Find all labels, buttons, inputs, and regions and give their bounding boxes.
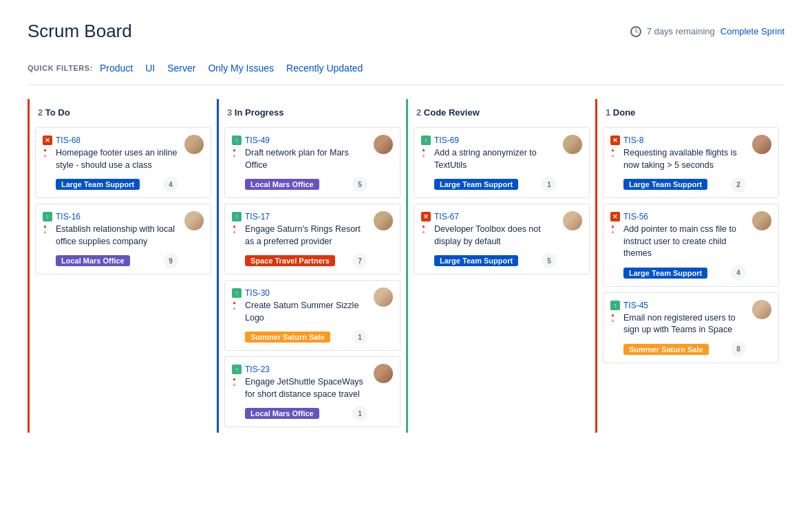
card-icons-col: ✕ ▲ ▲ (610, 211, 620, 234)
card-tis-23[interactable]: ↑ ▲ ▲ TIS-23 Engage JetShuttle SpaceWays… (224, 356, 400, 427)
card-tis-49[interactable]: ↑ ▲ ▲ TIS-49 Draft network plan for Mars… (224, 127, 400, 198)
card-content: TIS-8 Requesting available flights is no… (623, 135, 746, 192)
card-id[interactable]: TIS-69 (434, 136, 459, 145)
filters-label: QUICK FILTERS: (28, 64, 93, 72)
epic-badge[interactable]: Large Team Support (434, 255, 518, 266)
filter-recently-updated[interactable]: Recently Updated (286, 63, 363, 74)
issue-type-icon: ✕ (610, 136, 620, 145)
card-tis-8[interactable]: ✕ ▲ ▲ TIS-8 Requesting available flights… (603, 127, 779, 198)
page-header: Scrum Board 7 days remaining Complete Sp… (28, 21, 784, 42)
card-meta: 2 (731, 177, 746, 192)
sprint-info: 7 days remaining Complete Sprint (630, 26, 784, 37)
priority-icon: ▲ ▲ (43, 147, 52, 158)
card-tis-69[interactable]: ↑ ▲ ▲ TIS-69 Add a string anonymizer to … (414, 127, 590, 198)
card-tis-67[interactable]: ✕ ▲ ▲ TIS-67 Developer Toolbox does not … (414, 204, 590, 274)
card-tis-16[interactable]: ↑ ▲ ▲ TIS-16 Establish relationship with… (35, 204, 211, 274)
avatar (184, 135, 204, 154)
epic-badge[interactable]: Large Team Support (434, 179, 518, 190)
epic-badge[interactable]: Local Mars Office (245, 408, 319, 419)
card-icons-col: ↑ ▲ ▲ (610, 300, 620, 323)
card-id-row: TIS-56 (623, 211, 746, 221)
story-points: 9 (163, 253, 178, 268)
column-inprogress: 3 In Progress ↑ ▲ ▲ TIS-49 Draft network… (217, 99, 406, 433)
sprint-remaining: 7 days remaining (647, 26, 715, 36)
epic-badge[interactable]: Large Team Support (623, 268, 707, 279)
card-footer: Local Mars Office 9 (56, 253, 178, 268)
priority-icon: ▲ ▲ (43, 224, 52, 234)
card-icons-col: ↑ ▲ ▲ (43, 211, 52, 234)
avatar (374, 288, 393, 307)
card-id-row: TIS-68 (56, 135, 178, 145)
issue-type-icon: ↑ (232, 288, 242, 298)
priority-icon: ▲ ▲ (421, 147, 431, 158)
column-codereview: 2 Code Review ↑ ▲ ▲ TIS-69 Add a string … (406, 99, 595, 433)
card-title: Engage JetShuttle SpaceWays for short di… (245, 376, 367, 400)
card-content: TIS-45 Email non registered users to sig… (623, 300, 746, 357)
card-id[interactable]: TIS-68 (56, 136, 81, 145)
issue-type-icon: ↑ (421, 136, 431, 145)
avatar (184, 211, 204, 230)
epic-badge[interactable]: Large Team Support (56, 179, 140, 190)
card-title: Establish relationship with local office… (56, 224, 178, 248)
card-content: TIS-49 Draft network plan for Mars Offic… (245, 135, 367, 192)
story-points: 4 (163, 177, 178, 192)
card-id-row: TIS-49 (245, 135, 367, 145)
epic-badge[interactable]: Local Mars Office (56, 255, 130, 266)
card-content: TIS-67 Developer Toolbox does not displa… (434, 211, 557, 268)
card-id-row: TIS-16 (56, 211, 178, 221)
card-meta: 5 (352, 177, 367, 192)
priority-icon: ▲ ▲ (232, 376, 242, 387)
card-id[interactable]: TIS-49 (245, 136, 270, 145)
card-footer: Summer Saturn Sale 8 (623, 342, 746, 357)
story-points: 1 (542, 177, 557, 192)
card-tis-30[interactable]: ↑ ▲ ▲ TIS-30 Create Saturn Summer Sizzle… (224, 280, 400, 351)
issue-type-icon: ↑ (232, 212, 242, 221)
card-footer: Large Team Support 4 (56, 177, 178, 192)
avatar (563, 211, 582, 230)
issue-type-icon: ✕ (43, 136, 52, 145)
card-tis-68[interactable]: ✕ ▲ ▲ TIS-68 Homepage footer uses an inl… (35, 127, 211, 198)
card-content: TIS-17 Engage Saturn's Rings Resort as a… (245, 211, 367, 268)
card-id[interactable]: TIS-23 (245, 365, 270, 374)
filter-server[interactable]: Server (167, 63, 195, 74)
card-tis-56[interactable]: ✕ ▲ ▲ TIS-56 Add pointer to main css fil… (603, 204, 779, 287)
epic-badge[interactable]: Summer Saturn Sale (623, 344, 709, 355)
epic-badge[interactable]: Space Travel Partners (245, 255, 335, 266)
card-meta: 1 (542, 177, 557, 192)
filter-product[interactable]: Product (100, 63, 133, 74)
epic-badge[interactable]: Large Team Support (623, 179, 707, 190)
card-id-row: TIS-17 (245, 211, 367, 221)
story-points: 2 (731, 177, 746, 192)
avatar (374, 211, 393, 230)
card-title: Email non registered users to sign up wi… (623, 312, 746, 336)
card-title: Homepage footer uses an inline style - s… (56, 147, 178, 171)
card-id[interactable]: TIS-45 (623, 301, 648, 310)
priority-icon: ▲ ▲ (610, 224, 620, 234)
column-header-done: 1 Done (603, 99, 779, 124)
epic-badge[interactable]: Summer Saturn Sale (245, 332, 330, 343)
card-tis-17[interactable]: ↑ ▲ ▲ TIS-17 Engage Saturn's Rings Resor… (224, 204, 400, 274)
complete-sprint-button[interactable]: Complete Sprint (720, 26, 784, 36)
card-icons-col: ↑ ▲ ▲ (421, 135, 431, 158)
filter-ui[interactable]: UI (145, 63, 155, 74)
story-points: 4 (731, 266, 746, 281)
clock-icon (630, 26, 641, 37)
card-id[interactable]: TIS-16 (56, 212, 81, 221)
filter-only-my-issues[interactable]: Only My Issues (208, 63, 274, 74)
issue-type-icon: ↑ (43, 212, 52, 221)
card-footer: Large Team Support 5 (434, 253, 557, 268)
card-meta: 8 (731, 342, 746, 357)
card-id[interactable]: TIS-8 (623, 136, 643, 145)
card-meta: 4 (163, 177, 178, 192)
story-points: 8 (731, 342, 746, 357)
epic-badge[interactable]: Local Mars Office (245, 179, 319, 190)
card-id-row: TIS-23 (245, 364, 367, 374)
card-id[interactable]: TIS-56 (623, 212, 648, 221)
card-id[interactable]: TIS-30 (245, 288, 270, 298)
card-id[interactable]: TIS-17 (245, 212, 270, 221)
card-icons-col: ↑ ▲ ▲ (232, 211, 242, 234)
story-points: 1 (352, 406, 367, 421)
card-tis-45[interactable]: ↑ ▲ ▲ TIS-45 Email non registered users … (603, 292, 779, 363)
card-id[interactable]: TIS-67 (434, 212, 459, 221)
card-title: Engage Saturn's Rings Resort as a prefer… (245, 224, 367, 248)
